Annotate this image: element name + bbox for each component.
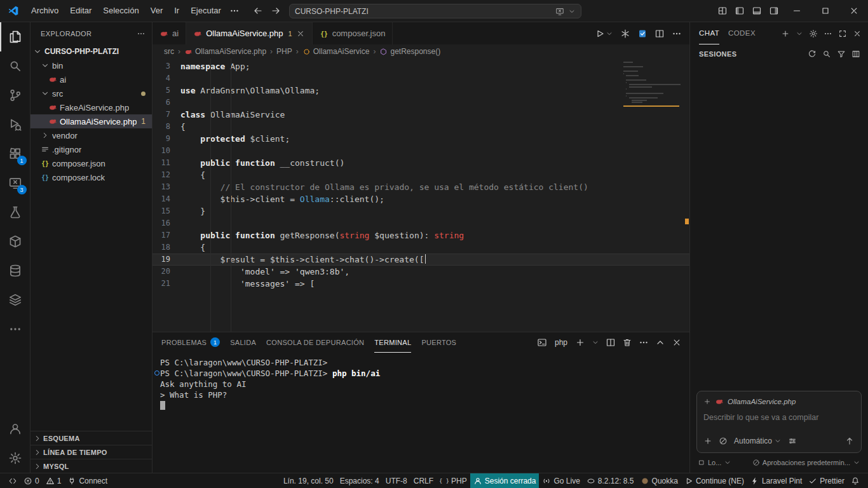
tab-ollamaaiservice-php[interactable]: OllamaAiService.php1: [186, 22, 313, 44]
status-eol[interactable]: CRLF: [410, 473, 437, 488]
status-prettier[interactable]: Prettier: [805, 473, 848, 488]
terminal-dropdown-icon[interactable]: [592, 339, 599, 346]
expand-icon[interactable]: [838, 29, 847, 38]
breadcrumb-src[interactable]: src: [164, 47, 174, 56]
chat-tab-chat[interactable]: CHAT: [699, 22, 719, 44]
code-line-16[interactable]: 16: [153, 217, 689, 229]
status-notifications[interactable]: [848, 473, 863, 488]
code-line-18[interactable]: 18 {: [153, 241, 689, 254]
new-chat-icon[interactable]: [781, 29, 790, 38]
toggle-panel-icon[interactable]: [752, 6, 762, 16]
toggle-sidebar-icon[interactable]: [735, 6, 745, 16]
code-line-5[interactable]: 5use ArdaGnsrn\Ollama\Ollama;: [153, 85, 689, 97]
command-center[interactable]: CURSO-PHP-PLATZI: [289, 4, 581, 18]
shell-label[interactable]: php: [555, 338, 567, 347]
activity-source-control[interactable]: [0, 81, 31, 110]
panel-tab-consola-de-depuraci-n[interactable]: CONSOLA DE DEPURACIÓN: [266, 332, 364, 353]
tree-item-src[interactable]: src: [31, 86, 152, 100]
minimize-icon[interactable]: [792, 6, 802, 16]
menu-more-icon[interactable]: [229, 6, 240, 16]
menu-archivo[interactable]: Archivo: [25, 0, 64, 22]
activity-search[interactable]: [0, 51, 31, 81]
panel-tab-terminal[interactable]: TERMINAL: [374, 332, 411, 353]
panel-tab-salida[interactable]: SALIDA: [230, 332, 256, 353]
minimap[interactable]: [623, 62, 682, 107]
code-editor[interactable]: 3namespace App;45use ArdaGnsrn\Ollama\Ol…: [153, 58, 689, 332]
maximize-icon[interactable]: [820, 6, 831, 16]
chevron-down-icon[interactable]: [796, 30, 803, 37]
explorer-actions-icon[interactable]: [137, 29, 146, 38]
status-php-version[interactable]: 8.2.12: 8.5: [583, 473, 637, 488]
approvals-dropdown[interactable]: Aprobaciones predetermin...: [752, 459, 860, 466]
code-line-20[interactable]: 20 'model' => 'qwen3:8b',: [153, 266, 689, 278]
code-line-6[interactable]: 6: [153, 97, 689, 109]
status-language-mode[interactable]: { }PHP: [437, 473, 470, 488]
tab-ai[interactable]: ai: [153, 22, 186, 44]
remote-window-icon[interactable]: [555, 7, 564, 16]
close-chat-icon[interactable]: [853, 29, 862, 38]
breadcrumb-ollamaaiservice-php[interactable]: OllamaAiService.php: [184, 47, 266, 56]
context-file-chip[interactable]: OllamaAiService.php: [728, 398, 796, 405]
tree-item-fakeaiservice-php[interactable]: FakeAiService.php: [31, 100, 152, 114]
attach-icon[interactable]: [703, 437, 712, 445]
filter-icon[interactable]: [837, 50, 846, 58]
code-line-19[interactable]: 19 $result = $this->client->chat()->crea…: [153, 254, 689, 266]
activity-more[interactable]: [0, 315, 31, 344]
breadcrumb-getresponse[interactable]: getResponse(): [379, 47, 440, 56]
split-editor-icon[interactable]: [654, 29, 665, 39]
new-terminal-icon[interactable]: [575, 337, 585, 348]
status-encoding[interactable]: UTF-8: [383, 473, 410, 488]
add-context-icon[interactable]: [703, 398, 711, 405]
mention-icon[interactable]: [719, 437, 728, 445]
activity-testing[interactable]: [0, 198, 31, 227]
kill-terminal-icon[interactable]: [622, 337, 632, 348]
tab-composer-json[interactable]: {}composer.json: [313, 22, 393, 44]
terminal[interactable]: PS C:\laragon\www\CURSO-PHP-PLATZI>PS C:…: [153, 353, 689, 473]
status-errors[interactable]: 0: [20, 473, 43, 488]
columns-icon[interactable]: [851, 50, 860, 58]
code-line-21[interactable]: 21 'messages' => [: [153, 278, 689, 290]
search-sessions-icon[interactable]: [822, 50, 831, 58]
section-esquema[interactable]: ESQUEMA: [31, 431, 152, 445]
close-panel-icon[interactable]: [672, 337, 682, 348]
status-cursor-position[interactable]: Lín. 19, col. 50: [280, 473, 337, 488]
command-decoration[interactable]: [154, 370, 159, 376]
code-line-10[interactable]: 10: [153, 145, 689, 157]
status-warnings[interactable]: 1: [43, 473, 65, 488]
menu-ver[interactable]: Ver: [145, 0, 169, 22]
code-line-9[interactable]: 9 protected $client;: [153, 133, 689, 145]
code-line-8[interactable]: 8{: [153, 121, 689, 133]
section-mysql[interactable]: MYSQL: [31, 459, 152, 473]
back-icon[interactable]: [253, 6, 263, 16]
chat-tab-codex[interactable]: CODEX: [728, 22, 756, 44]
mode-selector[interactable]: Automático: [734, 437, 782, 445]
gear-icon[interactable]: [809, 29, 818, 38]
more-actions-icon[interactable]: [672, 29, 682, 39]
tools-icon[interactable]: [788, 437, 797, 445]
tree-item-composer-lock[interactable]: {}composer.lock: [31, 170, 152, 184]
code-line-15[interactable]: 15 }: [153, 205, 689, 217]
menu-ejecutar[interactable]: Ejecutar: [185, 0, 227, 22]
code-line-13[interactable]: 13 // El constructor de Ollama es privad…: [153, 181, 689, 193]
activity-explorer[interactable]: [0, 22, 31, 51]
code-line-4[interactable]: 4: [153, 72, 689, 85]
account[interactable]: [0, 414, 31, 444]
tab-close-icon[interactable]: [296, 29, 305, 38]
chat-more-icon[interactable]: [824, 29, 832, 38]
tree-item-ollamaaiservice-php[interactable]: OllamaAiService.php1: [31, 114, 152, 128]
tree-item-bin[interactable]: bin: [31, 58, 152, 72]
tree-item-composer-json[interactable]: {}composer.json: [31, 156, 152, 170]
split-terminal-icon[interactable]: [606, 337, 616, 348]
tree-item-curso-php-platzi[interactable]: CURSO-PHP-PLATZI: [31, 44, 152, 58]
status-laravel-pint[interactable]: Laravel Pint: [747, 473, 805, 488]
chat-composer[interactable]: OllamaAiService.php Describir lo que se …: [696, 391, 862, 453]
panel-more-icon[interactable]: [639, 337, 649, 348]
status-remote-indicator[interactable]: [5, 473, 20, 488]
tree-item-ai[interactable]: ai: [31, 72, 152, 86]
chevron-down-icon[interactable]: [568, 8, 576, 15]
code-line-14[interactable]: 14 $this->client = Ollama::client();: [153, 193, 689, 205]
send-icon[interactable]: [844, 436, 855, 446]
refresh-icon[interactable]: [808, 50, 817, 58]
menu-selecci-n[interactable]: Selección: [97, 0, 144, 22]
tree-item-vendor[interactable]: vendor: [31, 128, 152, 142]
